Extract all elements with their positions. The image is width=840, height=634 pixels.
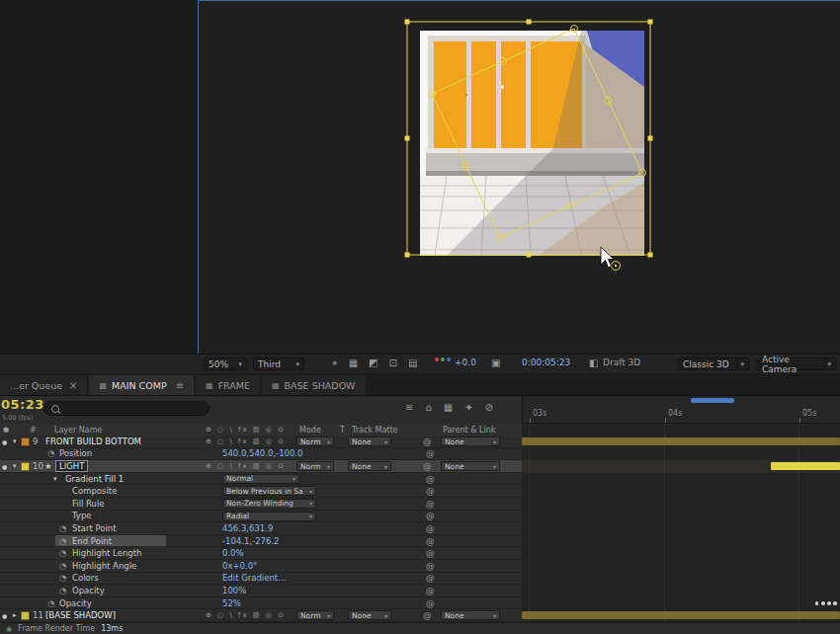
property-value[interactable]: -104.1,-276.2 (222, 536, 280, 546)
layer-duration-bar[interactable] (771, 462, 840, 470)
row-timeline[interactable] (522, 473, 840, 486)
property-dropdown[interactable]: Below Previous in Sa▾ (222, 486, 316, 496)
row-timeline[interactable] (522, 511, 840, 523)
track-matte-dropdown[interactable]: None▾ (348, 461, 391, 471)
property-value[interactable]: 52% (222, 598, 241, 608)
property-row[interactable]: ◔Start Point456.3,631.9@ (0, 522, 840, 535)
graph-editor-icon[interactable]: ⊘ (485, 402, 493, 413)
property-dropdown[interactable]: Non-Zero Winding▾ (222, 499, 316, 509)
guides-icon[interactable]: ⊡ (389, 357, 397, 369)
parent-dropdown[interactable]: None▾ (441, 610, 500, 620)
property-value[interactable]: Edit Gradient... (222, 573, 286, 583)
blue-channel-icon[interactable] (447, 357, 451, 361)
keyframe-dot[interactable] (827, 601, 831, 605)
property-label[interactable]: Position (59, 448, 92, 458)
draft-3d-icon[interactable]: ◧ (589, 357, 598, 368)
parent-pickwhip-icon[interactable]: @ (426, 598, 435, 608)
frame-blending-icon[interactable]: ▦ (444, 402, 453, 413)
search-input[interactable] (43, 401, 210, 416)
live-update-icon[interactable]: ≋ (405, 402, 413, 413)
property-row[interactable]: ◔Opacity52%@ (0, 597, 840, 610)
property-value[interactable]: 456.3,631.9 (222, 523, 273, 533)
layer-name[interactable]: FRONT BUILD BOTTOM (45, 436, 141, 446)
row-timeline[interactable] (522, 609, 840, 622)
parent-pickwhip-icon[interactable]: @ (426, 474, 435, 484)
row-timeline[interactable] (522, 547, 840, 560)
parent-pickwhip-icon[interactable]: @ (426, 536, 435, 546)
tab-frame[interactable]: ▦FRAME (196, 375, 260, 395)
property-value[interactable]: 100% (222, 586, 246, 595)
time-navigator[interactable] (691, 398, 734, 403)
effect-name[interactable]: Gradient Fill 1 (65, 474, 124, 484)
time-ruler[interactable]: 03s04s05s (522, 396, 840, 424)
parent-pickwhip-icon[interactable]: @ (423, 436, 432, 446)
property-row[interactable]: ◔End Point-104.1,-276.2@ (0, 535, 840, 548)
parent-pickwhip-icon[interactable]: @ (426, 499, 435, 509)
stopwatch-icon[interactable]: ◔ (59, 561, 66, 571)
parent-pickwhip-icon[interactable]: @ (426, 573, 435, 583)
stopwatch-icon[interactable]: ◔ (47, 598, 54, 608)
region-of-interest-icon[interactable]: ⌖ (332, 357, 338, 369)
property-dropdown[interactable]: Radial▾ (222, 512, 316, 521)
snapshot-camera-icon[interactable]: ▣ (491, 357, 500, 368)
video-eye-icon[interactable]: ● (2, 612, 7, 619)
property-value[interactable]: 0.0% (222, 548, 244, 558)
panel-menu-icon[interactable]: ≡ (176, 380, 184, 391)
shy-layers-icon[interactable]: ⌂ (425, 402, 431, 413)
parent-dropdown[interactable]: None▾ (441, 461, 500, 471)
layer-name[interactable]: LIGHT (55, 460, 88, 472)
twirl-icon[interactable]: ▾ (13, 462, 17, 470)
property-row[interactable]: ◔Position540.0,540.0,-100.0@ (0, 448, 840, 461)
property-row[interactable]: CompositeBelow Previous in Sa▾@ (0, 485, 840, 498)
twirl-icon[interactable]: ▾ (53, 475, 57, 483)
row-timeline[interactable] (522, 522, 840, 535)
row-timeline[interactable] (522, 485, 840, 498)
parent-pickwhip-icon[interactable]: @ (426, 486, 435, 496)
property-label[interactable]: Opacity (72, 586, 105, 595)
layer-switches[interactable]: ⊕ ○ \ fx ▥ ◎ ⊙ (206, 437, 286, 445)
property-row[interactable]: ◔Highlight Length0.0%@ (0, 547, 840, 560)
renderer-dropdown[interactable]: Classic 3D ▾ (678, 357, 749, 370)
layer-color-swatch[interactable] (21, 611, 30, 620)
mode-dropdown[interactable]: Norm▾ (296, 610, 334, 620)
tab--er-queue[interactable]: ...er Queue× (0, 375, 87, 395)
video-eye-icon[interactable]: ● (2, 462, 7, 469)
row-timeline[interactable] (522, 597, 840, 610)
parent-pickwhip-icon[interactable]: @ (426, 511, 435, 520)
column-parent-link[interactable]: Parent & Link (443, 426, 495, 435)
layer-row[interactable]: ●▾9FRONT BUILD BOTTOM⊕ ○ \ fx ▥ ◎ ⊙Norm▾… (0, 436, 840, 448)
layer-row[interactable]: ●▾10★LIGHT⊕ ○ \ fx ▥ ◎ ⊙Norm▾None▾@None▾ (0, 460, 840, 473)
layer-color-swatch[interactable] (21, 462, 30, 471)
red-channel-icon[interactable] (435, 357, 439, 361)
property-label[interactable]: Highlight Length (72, 548, 141, 558)
view-dropdown[interactable]: Active Camera ▾ (757, 357, 836, 370)
layer-switches[interactable]: ⊕ ○ \ fx ▥ ◎ ⊙ (206, 611, 286, 619)
drag-handle[interactable] (612, 262, 621, 271)
mode-dropdown[interactable]: Norm▾ (296, 436, 334, 446)
keyframe-dot[interactable] (821, 601, 825, 605)
row-timeline[interactable] (522, 436, 840, 448)
layer-duration-bar[interactable] (522, 437, 840, 445)
property-value[interactable]: 540.0,540.0,-100.0 (222, 448, 302, 458)
property-dropdown[interactable]: Normal▾ (222, 474, 299, 484)
layer-switches[interactable]: ⊕ ○ \ fx ▥ ◎ ⊙ (206, 462, 286, 470)
fast-previews-label[interactable]: Draft 3D (603, 357, 640, 367)
property-row[interactable]: ▾Gradient Fill 1Normal▾@ (0, 473, 840, 486)
twirl-icon[interactable]: ▸ (13, 611, 17, 619)
parent-pickwhip-icon[interactable]: @ (423, 610, 432, 620)
property-label[interactable]: Opacity (59, 598, 92, 608)
magnification-dropdown[interactable]: 50% ▾ (204, 357, 247, 370)
property-row[interactable]: ◔Highlight Angle0x+0.0°@ (0, 560, 840, 573)
layer-name[interactable]: [BASE SHADOW] (45, 610, 116, 620)
property-label[interactable]: Start Point (72, 523, 117, 533)
row-timeline[interactable] (522, 535, 840, 548)
twirl-icon[interactable]: ▾ (13, 437, 17, 445)
keyframe-dot[interactable] (833, 601, 837, 605)
property-label[interactable]: Highlight Angle (72, 561, 136, 571)
stopwatch-icon[interactable]: ◔ (47, 448, 54, 458)
close-icon[interactable]: × (69, 380, 77, 391)
parent-dropdown[interactable]: None▾ (441, 436, 500, 446)
parent-pickwhip-icon[interactable]: @ (423, 461, 432, 471)
stopwatch-icon[interactable]: ◔ (59, 573, 66, 583)
layer-color-swatch[interactable] (21, 437, 30, 446)
